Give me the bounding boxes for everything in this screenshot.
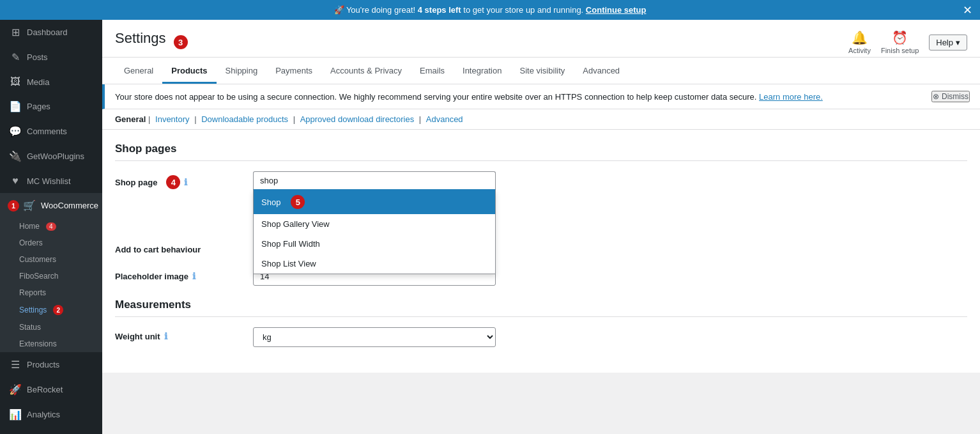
activity-icon: 🔔: [852, 30, 868, 45]
subnav-inventory[interactable]: Inventory: [155, 114, 189, 124]
sidebar-item-media[interactable]: 🖼 Media: [0, 70, 102, 94]
sidebar-item-comments[interactable]: 💬 Comments: [0, 119, 102, 144]
settings-tabs: General Products Shipping Payments Accou…: [102, 58, 980, 84]
dropdown-option-shop-gallery[interactable]: Shop Gallery View: [254, 214, 495, 234]
measurements-section-title: Measurements: [115, 298, 967, 317]
sidebar-item-posts[interactable]: ✎ Posts: [0, 45, 102, 70]
sidebar-item-pages[interactable]: 📄 Pages: [0, 94, 102, 119]
header-actions: 🔔 Activity ⏰ Finish setup Help ▾: [848, 30, 967, 54]
sidebar-item-analytics[interactable]: 📊 Analytics: [0, 402, 102, 427]
dismiss-icon: ⊗: [933, 92, 939, 101]
alert-text: Your store does not appear to be using a…: [115, 92, 823, 102]
add-to-cart-label: Add to cart behaviour: [115, 241, 243, 254]
settings-header: Settings 3 🔔 Activity ⏰ Finish setup Hel…: [102, 20, 980, 58]
subnav-approved-dirs[interactable]: Approved download directories: [300, 114, 415, 124]
form-area: Shop pages Shop page 4 ℹ Shop 5: [102, 130, 980, 373]
shop-page-label: Shop page 4 ℹ: [115, 171, 243, 189]
dropdown-option-shop-full[interactable]: Shop Full Width: [254, 234, 495, 254]
woo-sub-settings[interactable]: Settings 2: [0, 301, 102, 319]
weight-unit-select[interactable]: kg g lbs oz: [253, 327, 496, 347]
woo-sub-home[interactable]: Home 4: [0, 218, 102, 235]
shop-page-badge-4: 4: [166, 175, 180, 189]
weight-unit-row: Weight unit ℹ kg g lbs oz: [115, 327, 967, 347]
header-badge-3: 3: [174, 35, 188, 49]
woo-sub-orders[interactable]: Orders: [0, 235, 102, 251]
sidebar-item-marketing[interactable]: 📣 Marketing: [0, 427, 102, 434]
top-banner: 🚀 You're doing great! 4 steps left to ge…: [0, 0, 980, 20]
shop-page-control: Shop 5 Shop Gallery View Shop Full Width…: [253, 171, 967, 190]
getwoo-icon: 🔌: [9, 150, 22, 162]
subnav-advanced[interactable]: Advanced: [426, 114, 463, 124]
tab-shipping[interactable]: Shipping: [217, 58, 267, 84]
finish-setup-button[interactable]: ⏰ Finish setup: [881, 30, 919, 54]
dropdown-option-shop-list[interactable]: Shop List View: [254, 254, 495, 274]
tab-accounts-privacy[interactable]: Accounts & Privacy: [321, 58, 411, 84]
shop-pages-section-title: Shop pages: [115, 143, 967, 161]
woo-sub-customers[interactable]: Customers: [0, 251, 102, 268]
sidebar-item-dashboard[interactable]: ⊞ Dashboard: [0, 20, 102, 45]
tab-products[interactable]: Products: [162, 58, 216, 84]
dropdown-option-shop[interactable]: Shop 5: [254, 190, 495, 214]
weight-unit-label: Weight unit ℹ: [115, 327, 243, 341]
dashboard-icon: ⊞: [9, 26, 22, 38]
placeholder-image-help-icon[interactable]: ℹ: [192, 271, 195, 281]
subnav-downloadable[interactable]: Downloadable products: [201, 114, 288, 124]
sidebar-item-berocket[interactable]: 🚀 BeRocket: [0, 377, 102, 402]
woo-sub-extensions[interactable]: Extensions: [0, 336, 102, 352]
chevron-down-icon: ▾: [956, 38, 960, 47]
shop-badge-5: 5: [291, 195, 305, 209]
home-badge: 4: [46, 222, 56, 231]
woo-sub-fibosearch[interactable]: FiboSearch: [0, 268, 102, 284]
tab-general[interactable]: General: [115, 58, 162, 84]
sidebar: ⊞ Dashboard ✎ Posts 🖼 Media 📄 Pages 💬 Co…: [0, 20, 102, 434]
sidebar-item-getwoo[interactable]: 🔌 GetWooPlugins: [0, 144, 102, 169]
banner-text: 🚀 You're doing great! 4 steps left to ge…: [334, 5, 647, 15]
shop-page-row: Shop page 4 ℹ Shop 5 Shop Gallery Vi: [115, 171, 967, 190]
continue-setup-link[interactable]: Continue setup: [586, 5, 647, 15]
woocommerce-icon: 🛒: [23, 199, 36, 212]
placeholder-image-label: Placeholder image ℹ: [115, 267, 243, 281]
woocommerce-submenu: Home 4 Orders Customers FiboSearch Repor…: [0, 218, 102, 352]
weight-unit-help-icon[interactable]: ℹ: [164, 331, 167, 341]
dismiss-button[interactable]: ⊗ Dismiss: [931, 91, 970, 102]
posts-icon: ✎: [9, 51, 22, 63]
help-button[interactable]: Help ▾: [929, 35, 967, 50]
tab-integration[interactable]: Integration: [454, 58, 510, 84]
comments-icon: 💬: [9, 125, 22, 137]
main-content: Settings 3 🔔 Activity ⏰ Finish setup Hel…: [102, 20, 980, 434]
sidebar-item-products[interactable]: ☰ Products: [0, 352, 102, 377]
woo-sub-reports[interactable]: Reports: [0, 284, 102, 301]
woo-sub-status[interactable]: Status: [0, 319, 102, 336]
sub-navigation: General | Inventory | Downloadable produ…: [102, 109, 980, 130]
tab-payments[interactable]: Payments: [266, 58, 321, 84]
shop-page-help-icon[interactable]: ℹ: [184, 177, 187, 187]
pages-icon: 📄: [9, 100, 22, 112]
sidebar-item-woocommerce[interactable]: 1 🛒 WooCommerce: [0, 193, 102, 218]
shop-page-dropdown-list: Shop 5 Shop Gallery View Shop Full Width…: [253, 190, 496, 274]
weight-unit-control: kg g lbs oz: [253, 327, 967, 347]
analytics-icon: 📊: [9, 408, 22, 421]
sidebar-item-mcwishlist[interactable]: ♥ MC Wishlist: [0, 169, 102, 193]
shop-page-input[interactable]: [253, 171, 496, 190]
mcwishlist-icon: ♥: [9, 175, 22, 187]
page-title: Settings: [115, 30, 166, 47]
finish-setup-icon: ⏰: [892, 30, 908, 45]
settings-badge-2: 2: [53, 305, 63, 315]
media-icon: 🖼: [9, 76, 22, 88]
alert-learn-more-link[interactable]: Learn more here.: [759, 92, 823, 102]
shop-page-dropdown-wrapper: Shop 5 Shop Gallery View Shop Full Width…: [253, 171, 496, 190]
subnav-general[interactable]: General: [115, 114, 146, 124]
berocket-icon: 🚀: [9, 384, 22, 396]
alert-banner: Your store does not appear to be using a…: [102, 84, 980, 109]
woo-badge-1: 1: [8, 200, 19, 212]
banner-close-button[interactable]: ✕: [963, 3, 972, 17]
activity-button[interactable]: 🔔 Activity: [848, 30, 871, 54]
products-icon: ☰: [9, 359, 22, 371]
tab-advanced[interactable]: Advanced: [574, 58, 629, 84]
tab-site-visibility[interactable]: Site visibility: [510, 58, 574, 84]
add-to-cart-row: Add to cart behaviour: [115, 241, 967, 254]
placeholder-image-row: Placeholder image ℹ: [115, 267, 967, 286]
tab-emails[interactable]: Emails: [411, 58, 454, 84]
